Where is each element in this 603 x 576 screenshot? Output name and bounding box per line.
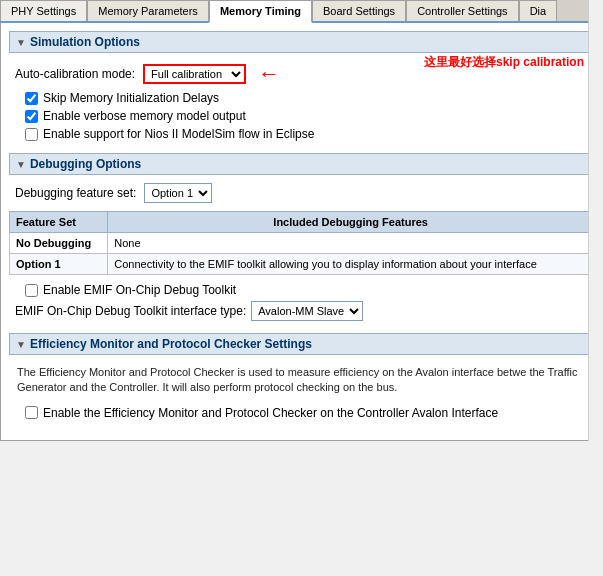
- tab-board-settings[interactable]: Board Settings: [312, 0, 406, 21]
- debugging-feature-label: Debugging feature set:: [15, 186, 136, 200]
- simulation-section: Simulation Options Auto-calibration mode…: [9, 31, 594, 143]
- emif-interface-label: EMIF On-Chip Debug Toolkit interface typ…: [15, 304, 246, 318]
- scrollbar[interactable]: [588, 0, 603, 441]
- red-arrow-icon: ←: [258, 61, 280, 87]
- debug-col1-header: Feature Set: [10, 212, 108, 233]
- nios-check-row: Enable support for Nios II ModelSim flow…: [9, 125, 594, 143]
- debug-col2-header: Included Debugging Features: [108, 212, 594, 233]
- emif-checkbox[interactable]: [25, 284, 38, 297]
- debug-feature-name: No Debugging: [10, 233, 108, 254]
- emif-check-label: Enable EMIF On-Chip Debug Toolkit: [43, 283, 236, 297]
- emif-check-row: Enable EMIF On-Chip Debug Toolkit: [9, 281, 594, 299]
- tab-memory-timing[interactable]: Memory Timing: [209, 0, 312, 23]
- efficiency-description: The Efficiency Monitor and Protocol Chec…: [9, 361, 594, 400]
- verbose-label: Enable verbose memory model output: [43, 109, 246, 123]
- main-content: Simulation Options Auto-calibration mode…: [0, 23, 603, 441]
- efficiency-section: Efficiency Monitor and Protocol Checker …: [9, 333, 594, 422]
- nios-label: Enable support for Nios II ModelSim flow…: [43, 127, 314, 141]
- nios-checkbox[interactable]: [25, 128, 38, 141]
- simulation-header: Simulation Options: [9, 31, 594, 53]
- efficiency-header: Efficiency Monitor and Protocol Checker …: [9, 333, 594, 355]
- tab-memory-parameters[interactable]: Memory Parameters: [87, 0, 209, 21]
- debugging-feature-row: Debugging feature set: Option 1 Option 2: [9, 181, 594, 205]
- verbose-check-row: Enable verbose memory model output: [9, 107, 594, 125]
- debug-feature-desc: None: [108, 233, 594, 254]
- efficiency-check-label: Enable the Efficiency Monitor and Protoc…: [43, 406, 498, 420]
- debugging-header: Debugging Options: [9, 153, 594, 175]
- auto-calibration-area: Auto-calibration mode: Full calibration …: [9, 59, 594, 89]
- skip-memory-label: Skip Memory Initialization Delays: [43, 91, 219, 105]
- emif-interface-select[interactable]: Avalon-MM Slave Other: [251, 301, 363, 321]
- verbose-checkbox[interactable]: [25, 110, 38, 123]
- emif-interface-row: EMIF On-Chip Debug Toolkit interface typ…: [9, 299, 594, 323]
- skip-memory-checkbox[interactable]: [25, 92, 38, 105]
- auto-calibration-label: Auto-calibration mode:: [15, 67, 135, 81]
- tab-phy-settings[interactable]: PHY Settings: [0, 0, 87, 21]
- tab-dia[interactable]: Dia: [519, 0, 558, 21]
- tab-bar: PHY Settings Memory Parameters Memory Ti…: [0, 0, 603, 23]
- chinese-annotation: 这里最好选择skip calibration: [424, 54, 584, 71]
- debug-option1-desc: Connectivity to the EMIF toolkit allowin…: [108, 254, 594, 275]
- table-row: Option 1 Connectivity to the EMIF toolki…: [10, 254, 594, 275]
- tab-controller-settings[interactable]: Controller Settings: [406, 0, 519, 21]
- debugging-section: Debugging Options Debugging feature set:…: [9, 153, 594, 323]
- debug-option1-name: Option 1: [10, 254, 108, 275]
- debugging-table: Feature Set Included Debugging Features …: [9, 211, 594, 275]
- efficiency-checkbox[interactable]: [25, 406, 38, 419]
- table-row: No Debugging None: [10, 233, 594, 254]
- auto-calibration-select[interactable]: Full calibration Skip calibration: [143, 64, 246, 84]
- skip-memory-check-row: Skip Memory Initialization Delays: [9, 89, 594, 107]
- efficiency-check-row: Enable the Efficiency Monitor and Protoc…: [9, 404, 594, 422]
- debugging-feature-select[interactable]: Option 1 Option 2: [144, 183, 212, 203]
